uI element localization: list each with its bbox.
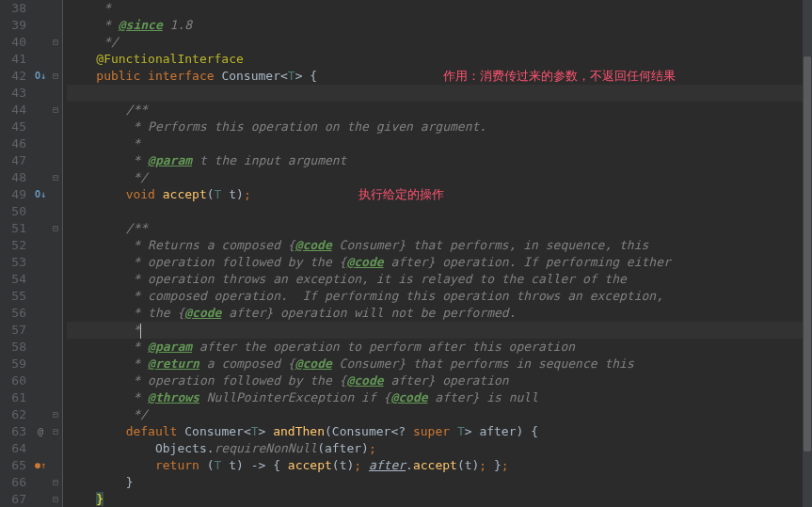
token-method: andThen <box>273 424 325 438</box>
gutter-row: 40⊟ <box>0 34 62 51</box>
line-number[interactable]: 39 <box>0 17 32 34</box>
code-line[interactable]: * @since 1.8 <box>67 17 812 34</box>
code-line[interactable]: * operation followed by the {@code after… <box>67 254 812 271</box>
code-line[interactable]: */ <box>67 169 812 186</box>
fold-toggle-icon[interactable]: ⊟ <box>49 169 62 186</box>
code-line[interactable]: */ <box>67 406 812 423</box>
line-number[interactable]: 64 <box>0 440 32 457</box>
code-editor[interactable]: 383940⊟4142O↓⊟4344⊟45464748⊟49O↓5051⊟525… <box>0 0 812 507</box>
line-number[interactable]: 54 <box>0 271 32 288</box>
line-number[interactable]: 52 <box>0 237 32 254</box>
line-number[interactable]: 47 <box>0 152 32 169</box>
line-number[interactable]: 49 <box>0 186 32 203</box>
code-line[interactable]: Objects.requireNonNull(after); <box>67 440 812 457</box>
line-number[interactable]: 62 <box>0 406 32 423</box>
code-area[interactable]: * * @since 1.8 */ @FunctionalInterface p… <box>62 0 812 507</box>
code-line[interactable]: } <box>67 474 812 491</box>
fold-toggle-icon[interactable]: ⊟ <box>49 102 62 119</box>
line-number[interactable]: 55 <box>0 288 32 305</box>
line-number[interactable]: 38 <box>0 0 32 17</box>
code-line[interactable]: * <box>67 322 812 339</box>
token-param: t <box>229 187 236 201</box>
code-line[interactable]: void accept(T t);执行给定的操作 <box>67 186 812 203</box>
token-method: accept <box>288 458 332 472</box>
gutter-row: 63@⊟ <box>0 423 62 440</box>
token-brace: ) <box>361 441 369 455</box>
token-brace: ( <box>317 441 325 455</box>
token-plain <box>67 255 133 269</box>
code-line[interactable]: */ <box>67 34 812 51</box>
fold-toggle-icon[interactable]: ⊟ <box>49 406 62 423</box>
code-line[interactable]: default Consumer<T> andThen(Consumer<? s… <box>67 423 812 440</box>
code-line[interactable]: * <box>67 135 812 152</box>
override-marker-icon[interactable]: ●↑ <box>32 457 49 474</box>
token-plain <box>67 272 133 286</box>
code-line[interactable]: * operation followed by the {@code after… <box>67 372 812 389</box>
token-plain <box>67 323 133 337</box>
line-number[interactable]: 42 <box>0 68 32 85</box>
line-number[interactable]: 58 <box>0 339 32 356</box>
code-line[interactable]: * @return a composed {@code Consumer} th… <box>67 356 812 372</box>
fold-toggle-icon[interactable]: ⊟ <box>49 474 62 491</box>
token-plain <box>67 424 126 438</box>
impl-marker-icon[interactable]: O↓ <box>32 186 49 203</box>
line-number[interactable]: 59 <box>0 356 32 372</box>
code-line[interactable]: * operation throws an exception, it is r… <box>67 271 812 288</box>
line-number[interactable]: 65 <box>0 457 32 474</box>
code-line[interactable]: /** <box>67 102 812 119</box>
fold-toggle-icon[interactable]: ⊟ <box>49 423 62 440</box>
line-number[interactable]: 43 <box>0 85 32 102</box>
token-type: Objects. <box>155 441 215 455</box>
code-line[interactable]: * the {@code after} operation will not b… <box>67 305 812 322</box>
line-number[interactable]: 40 <box>0 34 32 51</box>
line-number[interactable]: 50 <box>0 203 32 220</box>
line-number[interactable]: 63 <box>0 423 32 440</box>
code-line[interactable] <box>67 85 812 102</box>
fold-toggle-icon[interactable]: ⊟ <box>49 220 62 237</box>
line-number[interactable]: 46 <box>0 135 32 152</box>
token-comment: * operation followed by the { <box>133 255 346 269</box>
code-line[interactable]: return (T t) -> { accept(t); after.accep… <box>67 457 812 474</box>
code-line[interactable]: } <box>67 491 812 507</box>
code-line[interactable]: * <box>67 0 812 17</box>
code-line[interactable]: * @throws NullPointerException if {@code… <box>67 389 812 406</box>
line-number[interactable]: 66 <box>0 474 32 491</box>
code-line[interactable]: * @param after the operation to perform … <box>67 339 812 356</box>
line-number[interactable]: 67 <box>0 491 32 507</box>
at-marker-icon[interactable]: @ <box>32 423 49 440</box>
impl-marker-icon[interactable]: O↓ <box>32 68 49 85</box>
line-number[interactable]: 53 <box>0 254 32 271</box>
token-plain <box>67 306 133 320</box>
token-plain <box>67 153 133 167</box>
scroll-thumb[interactable] <box>804 56 811 452</box>
line-number[interactable]: 41 <box>0 51 32 68</box>
code-line[interactable]: * @param t the input argument <box>67 152 812 169</box>
line-number[interactable]: 51 <box>0 220 32 237</box>
line-number[interactable]: 57 <box>0 322 32 339</box>
line-number[interactable]: 56 <box>0 305 32 322</box>
line-number[interactable]: 60 <box>0 372 32 389</box>
code-line[interactable]: * Returns a composed {@code Consumer} th… <box>67 237 812 254</box>
token-comment: Consumer <box>332 356 398 371</box>
code-line[interactable]: * composed operation. If performing this… <box>67 288 812 305</box>
fold-toggle-icon[interactable]: ⊟ <box>49 68 62 85</box>
token-brace: { <box>531 424 538 438</box>
vertical-scrollbar[interactable] <box>803 0 812 507</box>
line-number[interactable]: 45 <box>0 119 32 135</box>
fold-toggle-icon[interactable]: ⊟ <box>49 34 62 51</box>
code-line[interactable] <box>67 203 812 220</box>
code-line[interactable]: * Performs this operation on the given a… <box>67 119 812 135</box>
token-brace: } <box>494 458 502 472</box>
line-number[interactable]: 61 <box>0 389 32 406</box>
token-plain <box>67 238 133 252</box>
line-number[interactable]: 44 <box>0 102 32 119</box>
token-plain <box>67 407 133 421</box>
code-line[interactable]: @FunctionalInterface <box>67 51 812 68</box>
code-line[interactable]: /** <box>67 220 812 237</box>
token-comment: 1.8 <box>163 18 192 32</box>
code-line[interactable]: public interface Consumer<T> {作用：消费传过来的参… <box>67 68 812 85</box>
fold-toggle-icon[interactable]: ⊟ <box>49 491 62 507</box>
token-comment: that performs, in sequence, this <box>406 238 648 252</box>
line-number[interactable]: 48 <box>0 169 32 186</box>
token-plain <box>67 221 126 235</box>
